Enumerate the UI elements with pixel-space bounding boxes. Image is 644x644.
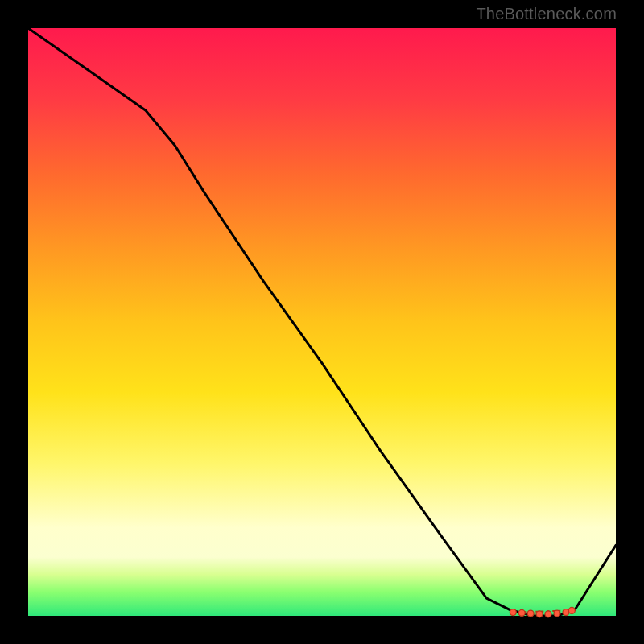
chart-marker	[510, 609, 516, 616]
chart-frame: TheBottleneck.com	[0, 0, 644, 644]
chart-marker	[554, 610, 560, 617]
chart-marker	[518, 609, 525, 616]
chart-marker	[527, 610, 534, 617]
chart-marker	[568, 607, 575, 613]
chart-markers	[510, 607, 575, 617]
attribution-text: TheBottleneck.com	[476, 5, 617, 23]
chart-marker	[545, 611, 551, 617]
plot-area	[28, 28, 616, 616]
chart-line	[28, 28, 616, 616]
chart-svg	[28, 28, 616, 616]
chart-marker	[536, 611, 543, 617]
